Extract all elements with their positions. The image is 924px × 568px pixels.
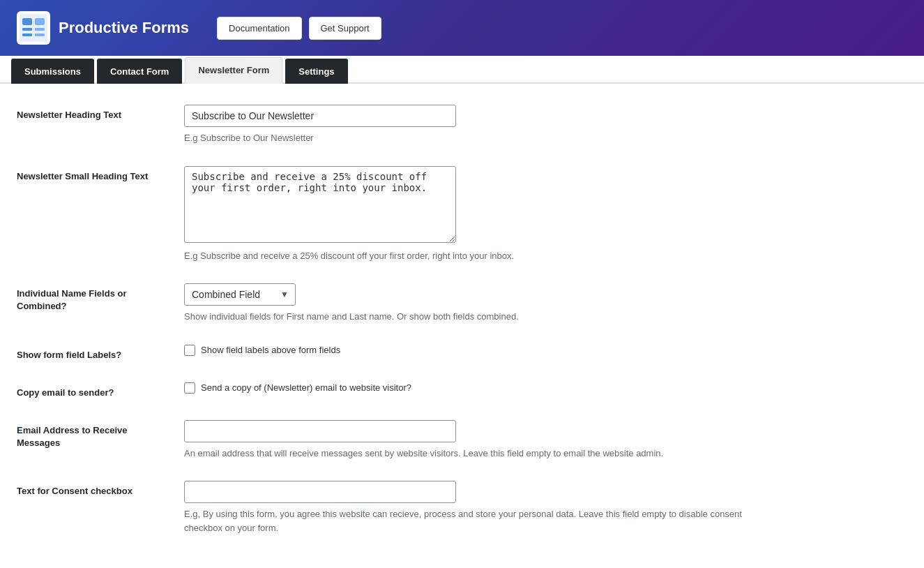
consent-text-hint: E.g, By using this form, you agree this … bbox=[184, 507, 742, 535]
email-address-hint: An email address that will receive messa… bbox=[184, 447, 742, 461]
name-fields-select[interactable]: Combined Field Individual Fields bbox=[184, 283, 296, 306]
consent-text-row: Text for Consent checkbox E.g, By using … bbox=[17, 481, 907, 535]
app-header: Productive Forms Documentation Get Suppo… bbox=[0, 0, 924, 56]
copy-email-label: Copy email to sender? bbox=[17, 382, 170, 399]
newsletter-small-heading-label: Newsletter Small Heading Text bbox=[17, 166, 170, 183]
consent-text-input[interactable] bbox=[184, 481, 456, 503]
newsletter-small-heading-hint: E.g Subscribe and receive a 25% discount… bbox=[184, 249, 742, 263]
show-labels-row: Show form field Labels? Show field label… bbox=[17, 345, 907, 361]
newsletter-heading-row: Newsletter Heading Text E.g Subscribe to… bbox=[17, 105, 907, 145]
email-address-label: Email Address to Receive Messages bbox=[17, 420, 170, 449]
documentation-button[interactable]: Documentation bbox=[217, 17, 301, 40]
email-address-row: Email Address to Receive Messages An ema… bbox=[17, 420, 907, 461]
newsletter-heading-input[interactable] bbox=[184, 105, 456, 127]
copy-email-checkbox[interactable] bbox=[184, 382, 195, 394]
svg-rect-1 bbox=[22, 18, 32, 25]
tab-newsletter-form[interactable]: Newsletter Form bbox=[185, 57, 282, 84]
newsletter-heading-hint: E.g Subscribe to Our Newsletter bbox=[184, 131, 742, 145]
newsletter-small-heading-row: Newsletter Small Heading Text E.g Subscr… bbox=[17, 166, 907, 263]
email-address-input[interactable] bbox=[184, 420, 456, 442]
tabs-nav: Submissions Contact Form Newsletter Form… bbox=[0, 56, 924, 84]
svg-rect-6 bbox=[35, 33, 45, 36]
header-buttons: Documentation Get Support bbox=[217, 17, 381, 40]
show-labels-checkbox[interactable] bbox=[184, 345, 195, 356]
app-logo-icon bbox=[17, 11, 50, 45]
svg-rect-5 bbox=[22, 33, 32, 36]
get-support-button[interactable]: Get Support bbox=[309, 17, 381, 40]
main-content: Newsletter Heading Text E.g Subscribe to… bbox=[0, 84, 924, 568]
tab-contact-form[interactable]: Contact Form bbox=[97, 59, 183, 84]
name-fields-select-wrapper: Combined Field Individual Fields ▼ bbox=[184, 283, 296, 306]
copy-email-checkbox-row: Send a copy of (Newsletter) email to web… bbox=[184, 382, 907, 394]
svg-rect-2 bbox=[35, 18, 45, 25]
name-fields-field: Combined Field Individual Fields ▼ Show … bbox=[184, 283, 907, 324]
newsletter-small-heading-textarea[interactable] bbox=[184, 166, 456, 243]
copy-email-field: Send a copy of (Newsletter) email to web… bbox=[184, 382, 907, 394]
copy-email-row: Copy email to sender? Send a copy of (Ne… bbox=[17, 382, 907, 399]
name-fields-label: Individual Name Fields or Combined? bbox=[17, 283, 170, 313]
newsletter-heading-label: Newsletter Heading Text bbox=[17, 105, 170, 121]
name-fields-row: Individual Name Fields or Combined? Comb… bbox=[17, 283, 907, 324]
consent-text-field: E.g, By using this form, you agree this … bbox=[184, 481, 907, 535]
tab-submissions[interactable]: Submissions bbox=[11, 59, 94, 84]
newsletter-heading-field: E.g Subscribe to Our Newsletter bbox=[184, 105, 907, 145]
show-labels-label: Show form field Labels? bbox=[17, 345, 170, 361]
logo-container: Productive Forms bbox=[17, 11, 189, 45]
newsletter-small-heading-field: E.g Subscribe and receive a 25% discount… bbox=[184, 166, 907, 263]
svg-rect-4 bbox=[35, 28, 45, 31]
svg-rect-3 bbox=[22, 28, 32, 31]
email-address-field: An email address that will receive messa… bbox=[184, 420, 907, 461]
copy-email-checkbox-label: Send a copy of (Newsletter) email to web… bbox=[201, 382, 411, 393]
show-labels-field: Show field labels above form fields bbox=[184, 345, 907, 356]
show-labels-checkbox-row: Show field labels above form fields bbox=[184, 345, 907, 356]
consent-text-label: Text for Consent checkbox bbox=[17, 481, 170, 498]
tab-settings[interactable]: Settings bbox=[285, 59, 347, 84]
name-fields-hint: Show individual fields for First name an… bbox=[184, 310, 742, 324]
app-title: Productive Forms bbox=[59, 19, 189, 37]
show-labels-checkbox-label: Show field labels above form fields bbox=[201, 345, 340, 355]
